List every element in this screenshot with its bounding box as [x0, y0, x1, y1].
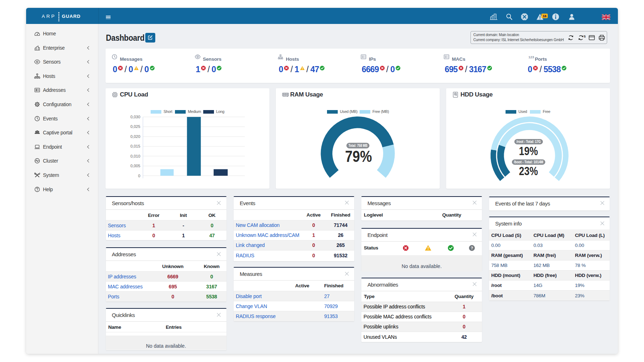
svg-text:5: 5 [584, 35, 586, 38]
svg-text:0,030: 0,030 [130, 115, 140, 119]
svg-text:0,020: 0,020 [130, 134, 140, 139]
svg-text:?: ? [471, 246, 473, 250]
svg-text:0: 0 [138, 174, 140, 178]
svg-text:/boot - Total: 1014M: /boot - Total: 1014M [514, 160, 543, 164]
svg-text:19%: 19% [519, 144, 538, 158]
svg-text:Total: 758 MB: Total: 758 MB [348, 143, 367, 148]
svg-text:/root - Total: 17G: /root - Total: 17G [517, 139, 541, 144]
svg-text:23%: 23% [519, 164, 538, 178]
svg-text:0,015: 0,015 [130, 144, 140, 148]
svg-text:0,025: 0,025 [130, 124, 140, 129]
svg-text:79%: 79% [345, 148, 372, 165]
svg-text:0,010: 0,010 [130, 154, 140, 158]
svg-text:0,005: 0,005 [130, 164, 140, 168]
